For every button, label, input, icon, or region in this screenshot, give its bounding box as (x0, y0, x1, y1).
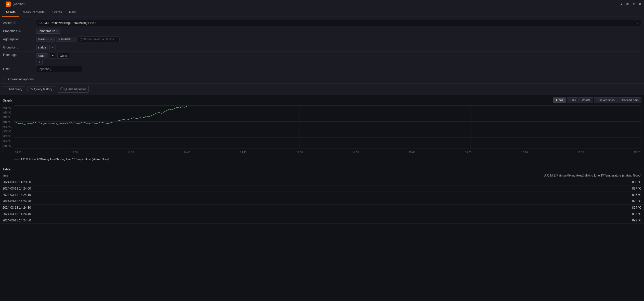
table-cell-time: 2024-03-13 14:24:00 (0, 185, 159, 192)
add-query-button[interactable]: + Add query (3, 86, 25, 92)
assets-dropdown-icon: ⌄ (636, 21, 639, 25)
group-by-label: Group by ⓘ (3, 45, 36, 49)
properties-tag: Temperature ✕ (36, 29, 60, 34)
graph-type-buttons: Lines Bars Points Stacked lines Stacked … (553, 97, 641, 103)
advanced-options-toggle[interactable]: ⌃ Advanced options (0, 75, 644, 83)
legend-label: A.C.M.E Paints\\Mixing Area\\Mixing Line… (20, 158, 110, 161)
share-icon[interactable]: ⇧ (632, 2, 635, 6)
table-cell-value: 893 °C (159, 211, 644, 217)
graph-type-lines[interactable]: Lines (553, 97, 566, 103)
limit-input[interactable] (36, 66, 82, 72)
tab-assets[interactable]: Assets (2, 8, 19, 17)
group-by-row: Group by ⓘ status + (3, 43, 641, 52)
chart-area (14, 105, 641, 148)
bell-icon[interactable]: ● (621, 2, 623, 6)
agg-fill-dropdown-icon: ⌄ (115, 37, 118, 41)
group-by-chip: status (36, 45, 48, 50)
filter-key-chip: status (36, 53, 48, 58)
top-bar-left: ‹ A (webinar) (3, 2, 25, 7)
assets-input[interactable]: A.C.M.E Paints\\Mixing Area\\Mixing Line… (36, 20, 641, 26)
table-row: 2024-03-13 14:24:20895 °C (0, 198, 644, 205)
table-row: 2024-03-13 14:23:50898 °C (0, 179, 644, 185)
table-cell-time: 2024-03-13 14:24:20 (0, 198, 159, 205)
table-cell-value: 897 °C (159, 185, 644, 192)
chart-y-labels: 925 °C 920 °C 915 °C 910 °C 905 °C 900 °… (3, 105, 14, 148)
table-row: 2024-03-13 14:24:50892 °C (0, 217, 644, 224)
agg-fn-close[interactable]: ✕ (50, 37, 53, 41)
properties-tag-close[interactable]: ✕ (56, 29, 59, 33)
filter-tag-item: status = Good (36, 53, 69, 59)
tab-events[interactable]: Events (48, 8, 65, 17)
query-history-label: Query history (34, 87, 52, 91)
group-by-value-container: status + (36, 45, 641, 50)
query-history-button[interactable]: ↻ Query history (28, 86, 55, 92)
tab-measurements[interactable]: Measurements (19, 8, 48, 17)
query-editor: Assets Measurements Events Raw Assets ⓘ … (0, 8, 644, 95)
limit-row: Limit (3, 65, 641, 73)
table-title: Table (0, 166, 644, 172)
advanced-chevron-icon: ⌃ (3, 77, 6, 81)
aggregation-label: Aggregation ⓘ (3, 37, 36, 41)
table-row: 2024-03-13 14:24:10896 °C (0, 192, 644, 198)
collapse-icon[interactable]: ‹ (3, 2, 4, 6)
query-inspector-button[interactable]: ⓘ Query inspector (58, 86, 89, 93)
limit-label: Limit (3, 67, 36, 71)
filter-op: = (49, 53, 56, 59)
close-icon[interactable]: ✕ (638, 2, 641, 6)
graph-type-bars[interactable]: Bars (567, 97, 579, 103)
add-query-label: + Add query (6, 87, 22, 91)
agg-fill-select[interactable]: (optional) select a fill type ⌄ (78, 36, 120, 42)
graph-title: Graph (3, 98, 12, 102)
tab-raw[interactable]: Raw (65, 8, 79, 17)
app-title: (webinar) (13, 2, 25, 6)
agg-fn-chip: mean ⌄ ✕ (36, 37, 55, 42)
properties-info-icon[interactable]: ⓘ (18, 29, 21, 33)
table-row: 2024-03-13 14:24:40893 °C (0, 211, 644, 217)
table-cell-value: 894 °C (159, 205, 644, 211)
assets-info-icon[interactable]: ⓘ (13, 21, 16, 25)
agg-interval-chip: $_interval ⌄ (56, 37, 76, 42)
graph-header: Graph Lines Bars Points Stacked lines St… (3, 97, 641, 103)
aggregation-row: Aggregation ⓘ mean ⌄ ✕ $_interval ⌄ (opt… (3, 35, 641, 43)
history-icon: ↻ (30, 87, 33, 91)
graph-type-points[interactable]: Points (579, 97, 593, 103)
legend-color-line (14, 159, 19, 159)
table-cell-time: 2024-03-13 14:23:50 (0, 179, 159, 185)
assets-label: Assets ⓘ (3, 21, 36, 25)
group-by-add-button[interactable]: + (49, 45, 56, 50)
filter-tags-label: Filter tags (3, 53, 36, 57)
table-cell-time: 2024-03-13 14:24:30 (0, 205, 159, 211)
data-table: time A.C.M.E Paints\\Mixing Area\\Mixing… (0, 172, 644, 224)
eye-icon[interactable]: 👁 (626, 2, 629, 6)
properties-value-container: Temperature ✕ (36, 29, 641, 34)
graph-type-stacked-bars[interactable]: Stacked bars (618, 97, 641, 103)
graph-type-stacked-lines[interactable]: Stacked lines (594, 97, 617, 103)
col-header-time: time (0, 172, 159, 179)
group-by-info-icon[interactable]: ⓘ (17, 45, 19, 49)
limit-value-container (36, 66, 641, 72)
agg-interval-dropdown-icon[interactable]: ⌄ (72, 37, 75, 41)
table-cell-value: 896 °C (159, 192, 644, 198)
aggregation-info-icon[interactable]: ⓘ (21, 37, 23, 41)
agg-fn-dropdown-icon[interactable]: ⌄ (47, 37, 49, 41)
query-toolbar: + Add query ↻ Query history ⓘ Query insp… (0, 83, 644, 95)
chart-x-labels: 14:25 14:30 14:35 14:40 14:45 14:50 14:5… (14, 149, 641, 156)
query-form: Assets ⓘ A.C.M.E Paints\\Mixing Area\\Mi… (0, 17, 644, 75)
top-bar-actions: ● 👁 ⇧ ✕ (621, 2, 641, 6)
chart-container: 925 °C 920 °C 915 °C 910 °C 905 °C 900 °… (3, 105, 641, 156)
table-section: Table time A.C.M.E Paints\\Mixing Area\\… (0, 166, 644, 224)
graph-section: Graph Lines Bars Points Stacked lines St… (0, 95, 644, 165)
chart-legend: A.C.M.E Paints\\Mixing Area\\Mixing Line… (3, 156, 641, 162)
table-cell-time: 2024-03-13 14:24:40 (0, 211, 159, 217)
assets-row: Assets ⓘ A.C.M.E Paints\\Mixing Area\\Mi… (3, 19, 641, 27)
table-cell-time: 2024-03-13 14:24:10 (0, 192, 159, 198)
filter-value: Good (57, 53, 69, 59)
aggregation-value-container: mean ⌄ ✕ $_interval ⌄ (optional) select … (36, 36, 641, 42)
table-row: 2024-03-13 14:24:00897 °C (0, 185, 644, 192)
query-tabs: Assets Measurements Events Raw (0, 8, 644, 17)
filter-add-button[interactable]: + (36, 60, 43, 65)
table-cell-time: 2024-03-13 14:24:50 (0, 217, 159, 224)
assets-value-container: A.C.M.E Paints\\Mixing Area\\Mixing Line… (36, 20, 641, 26)
inspector-icon: ⓘ (60, 87, 63, 91)
app-logo: A (6, 2, 11, 7)
